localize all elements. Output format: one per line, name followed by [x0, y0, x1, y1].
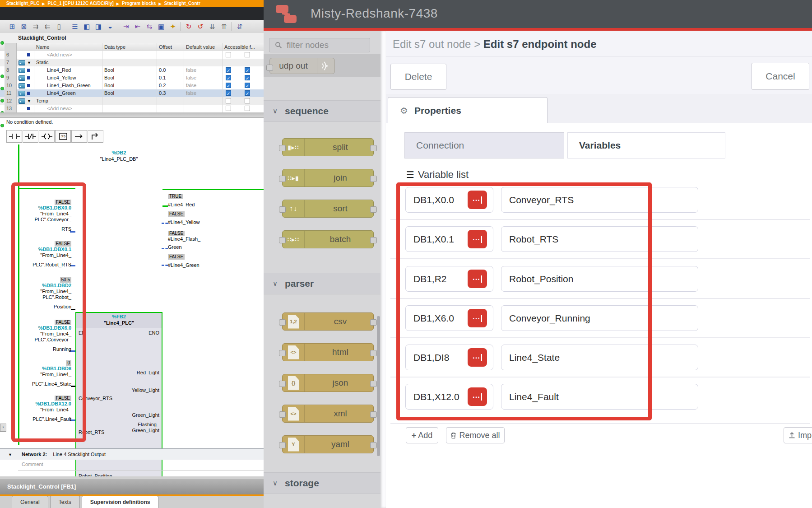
accessible-checkbox[interactable] — [226, 90, 231, 96]
block-icon[interactable]: ▯ — [53, 21, 65, 33]
network-collapse-icon[interactable]: ▼ — [8, 452, 12, 457]
palette-node-html[interactable]: <> html — [282, 343, 374, 361]
header-name[interactable]: Name — [34, 43, 102, 51]
tray-left-edge[interactable] — [380, 31, 386, 508]
panel-divider[interactable] — [0, 112, 264, 118]
table-row[interactable]: 8 Line4_Red Bool 0.0 false — [0, 66, 264, 75]
row-name[interactable]: Line4_Red — [34, 66, 102, 74]
row-type[interactable]: Bool — [102, 66, 157, 74]
tab-general[interactable]: General — [12, 496, 48, 508]
node-output-port[interactable] — [370, 442, 377, 448]
palette-node-batch[interactable]: ∷▸∷ batch — [282, 230, 374, 248]
header-accessible[interactable]: Accessible f... — [223, 43, 263, 51]
table-row[interactable]: 13 <Add new> — [0, 105, 264, 113]
writable-checkbox[interactable] — [245, 52, 250, 57]
add-variable-button[interactable]: + Add — [406, 427, 438, 443]
pin-output[interactable]: Yellow_Light — [132, 387, 159, 393]
expand-networks-icon[interactable]: ◧ — [81, 21, 93, 33]
node-output-port[interactable] — [370, 350, 377, 356]
tab-properties[interactable]: ⚙ Properties — [388, 97, 548, 123]
tab-supervision-definitions[interactable]: Supervision definitions — [82, 496, 159, 508]
palette-scrollbar[interactable] — [377, 316, 380, 456]
expander-button[interactable]: › — [0, 424, 6, 432]
snapshot-icon[interactable]: ✦ — [167, 21, 179, 33]
show-absolute-icon[interactable]: ☰ — [69, 21, 81, 33]
row-type[interactable]: Bool — [102, 82, 157, 89]
sync-icon[interactable]: ⇆ — [144, 21, 155, 33]
node-input-port[interactable] — [279, 145, 286, 151]
palette-node-json[interactable]: {} json — [282, 374, 374, 392]
table-row[interactable]: 10 Line4_Flash_Green Bool 0.2 false — [0, 82, 264, 90]
breadcrumb-item[interactable]: PLC_1 [CPU 1212C AC/DC/Rly] — [48, 1, 114, 6]
palette-node-sort[interactable]: ↑↓ sort — [282, 200, 374, 218]
node-input-port[interactable] — [266, 65, 273, 71]
cancel-button[interactable]: Cancel — [752, 63, 809, 90]
header-offset[interactable]: Offset — [157, 43, 184, 51]
writable-checkbox[interactable] — [245, 98, 250, 103]
outdent-icon[interactable]: ⇇ — [42, 21, 53, 33]
row-name[interactable]: Line4_Yellow — [34, 74, 102, 82]
pin-output[interactable]: Red_Light — [137, 370, 159, 376]
node-input-port[interactable] — [279, 442, 286, 448]
table-row-group[interactable]: 12 ▼ Temp — [0, 97, 264, 105]
palette-category-parser[interactable]: ∨ parser — [264, 273, 380, 294]
breadcrumb-item[interactable]: Stacklight_Contr — [164, 1, 200, 6]
writable-checkbox[interactable] — [245, 83, 250, 88]
collapse-caret-icon[interactable]: ▼ — [27, 61, 31, 65]
palette-category-sequence[interactable]: ∨ sequence — [264, 100, 380, 122]
node-output-port[interactable] — [370, 411, 377, 418]
accessible-checkbox[interactable] — [226, 75, 231, 80]
monitor-toggle-icon[interactable]: ▣ — [155, 21, 167, 33]
node-palette[interactable]: filter nodes udp out ∨ sequence ▮▸∷ spli… — [264, 31, 380, 508]
palette-node-csv[interactable]: 1,2 csv — [282, 312, 374, 331]
row-name[interactable]: Static — [34, 59, 102, 66]
node-input-port[interactable] — [279, 411, 286, 418]
comments-toggle-icon[interactable]: ◒ — [104, 21, 116, 33]
table-row-selected[interactable]: 11 Line4_Green Bool 0.3 false — [0, 89, 264, 98]
row-offset[interactable]: 0.2 — [157, 82, 184, 89]
collapse-caret-icon[interactable]: ▼ — [27, 99, 31, 103]
db-instance-label[interactable]: %DB2 "Line4_PLC_DB" — [75, 149, 162, 162]
redo-icon[interactable]: ↻ — [183, 21, 195, 33]
writable-checkbox[interactable] — [245, 106, 250, 111]
palette-node-udp-out[interactable]: udp out — [269, 58, 335, 74]
row-offset[interactable]: 0.0 — [157, 66, 184, 74]
collapse-networks-icon[interactable]: ◨ — [93, 21, 104, 33]
contact-nc-icon[interactable] — [23, 130, 38, 143]
output-operand[interactable]: FALSE #Line4_Green — [168, 254, 236, 268]
row-type[interactable]: Bool — [102, 89, 157, 97]
contact-no-icon[interactable] — [6, 130, 22, 143]
row-default[interactable]: false — [184, 74, 223, 82]
fbd-editor[interactable]: %DB2 "Line4_PLC_DB" %FB2 "Line4_PLC" EN … — [0, 144, 264, 448]
row-type[interactable]: Bool — [102, 74, 157, 82]
output-operand[interactable]: FALSE #Line4_Flash_ Green — [168, 230, 236, 250]
table-row-group[interactable]: 7 ▼ Static — [0, 59, 264, 67]
network-description[interactable]: Line 4 Stacklight Output — [53, 452, 106, 457]
output-operand[interactable]: FALSE #Line4_Yellow — [168, 211, 236, 225]
row-name[interactable]: Temp — [34, 97, 102, 105]
node-input-port[interactable] — [279, 176, 286, 182]
tab-texts[interactable]: Texts — [50, 496, 80, 508]
import-button[interactable]: Imp — [784, 427, 812, 443]
accessible-checkbox[interactable] — [226, 67, 231, 73]
node-output-port[interactable] — [370, 206, 377, 213]
accessible-checkbox[interactable] — [226, 98, 231, 103]
node-output-port[interactable] — [370, 237, 377, 243]
accessible-checkbox[interactable] — [226, 106, 231, 111]
node-input-port[interactable] — [279, 350, 286, 356]
remove-all-button[interactable]: Remove all — [446, 427, 505, 443]
network-2-bar[interactable]: ▼ Network 2: Line 4 Stacklight Output — [0, 448, 264, 460]
node-output-port[interactable] — [370, 145, 377, 151]
download-icon[interactable]: ⇥ — [120, 21, 132, 33]
load-values-icon[interactable]: ⇊ — [206, 21, 218, 33]
accessible-checkbox[interactable] — [226, 83, 231, 88]
close-branch-icon[interactable] — [88, 130, 103, 143]
save-values-icon[interactable]: ⇈ — [218, 21, 230, 33]
pin-output[interactable]: Green_Light — [132, 412, 159, 418]
breadcrumb-parent-link[interactable]: Edit s7 out node — [393, 38, 471, 50]
delete-button[interactable]: Delete — [390, 64, 446, 90]
row-name[interactable]: Line4_Flash_Green — [34, 82, 102, 89]
tab-connection[interactable]: Connection — [404, 132, 564, 158]
palette-node-xml[interactable]: <> xml — [282, 405, 374, 423]
palette-category-storage[interactable]: ∨ storage — [264, 472, 380, 494]
